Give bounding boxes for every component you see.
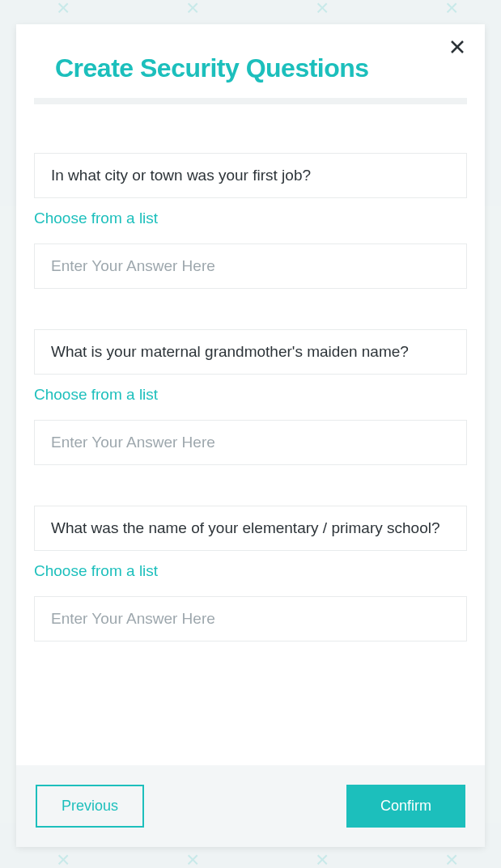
question-input-3[interactable]	[34, 506, 467, 551]
modal-footer: Previous Confirm	[16, 765, 485, 847]
close-icon[interactable]	[446, 36, 469, 58]
page-title: Create Security Questions	[55, 53, 446, 83]
question-group-2: Choose from a list	[34, 329, 467, 465]
modal-header: Create Security Questions	[16, 24, 485, 83]
answer-input-2[interactable]	[34, 420, 467, 465]
x-icon	[450, 40, 465, 54]
question-input-2[interactable]	[34, 329, 467, 375]
progress-bar	[34, 98, 467, 104]
question-group-3: Choose from a list	[34, 506, 467, 641]
question-input-1[interactable]	[34, 153, 467, 198]
choose-from-list-link-1[interactable]: Choose from a list	[34, 210, 158, 227]
modal-content: Choose from a list Choose from a list Ch…	[16, 104, 485, 765]
confirm-button[interactable]: Confirm	[346, 785, 465, 828]
previous-button[interactable]: Previous	[36, 785, 144, 828]
question-group-1: Choose from a list	[34, 153, 467, 289]
choose-from-list-link-3[interactable]: Choose from a list	[34, 562, 158, 580]
answer-input-3[interactable]	[34, 596, 467, 641]
security-questions-modal: Create Security Questions Choose from a …	[16, 24, 485, 847]
choose-from-list-link-2[interactable]: Choose from a list	[34, 386, 158, 404]
answer-input-1[interactable]	[34, 243, 467, 289]
